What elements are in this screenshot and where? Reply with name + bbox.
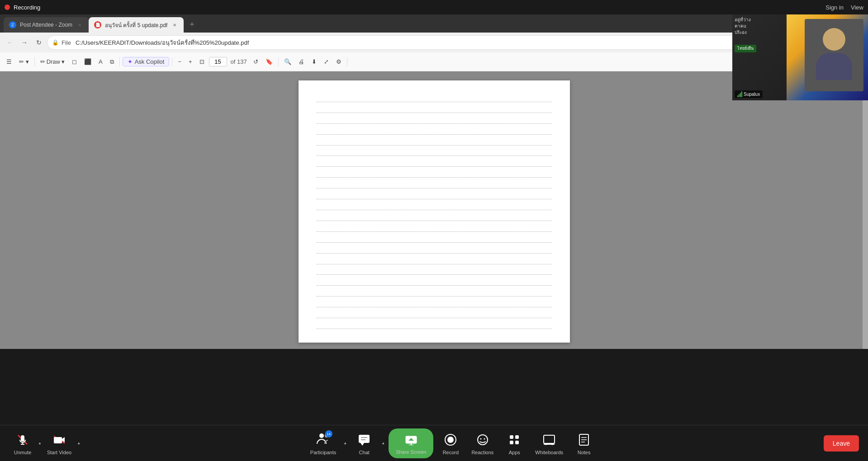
annotations-button[interactable]: ✏ ▾ (16, 56, 32, 68)
draw-button[interactable]: ✏ Draw ▾ (38, 56, 67, 68)
svg-marker-9 (360, 443, 364, 446)
apps-icon (506, 432, 522, 448)
pdf-page-area (0, 71, 868, 349)
recording-text: Recording (14, 4, 40, 11)
signal-icon (737, 91, 742, 97)
svg-rect-8 (359, 435, 370, 443)
back-button[interactable]: ← (4, 36, 16, 49)
participants-icon: 14 (315, 432, 332, 448)
text-button[interactable]: A (96, 56, 105, 68)
unmute-button[interactable]: Unmute (9, 429, 36, 458)
settings-button[interactable]: ⚙ (333, 56, 344, 68)
tab2-close[interactable]: ✕ (171, 21, 178, 28)
svg-point-6 (319, 433, 324, 438)
unmute-chevron[interactable]: ▲ (38, 441, 42, 445)
rotate-button[interactable]: ↺ (251, 56, 261, 68)
reactions-button[interactable]: Reactions (468, 429, 497, 458)
tab-pdf[interactable]: 📄 อนุวัจน์ ครั้งที่ 5 update.pdf ✕ (89, 17, 184, 33)
svg-rect-4 (54, 437, 62, 443)
chat-icon (356, 432, 372, 448)
start-video-label: Start Video (47, 450, 71, 455)
svg-point-19 (480, 438, 481, 439)
tab1-favicon: Z (9, 21, 16, 28)
whiteboards-button[interactable]: Whiteboards (531, 429, 567, 458)
svg-point-20 (484, 438, 485, 439)
highlight-button[interactable]: ⬛ (81, 56, 94, 68)
svg-point-18 (478, 435, 488, 445)
video-participant-badge: Supalux (735, 90, 763, 98)
apps-label: Apps (509, 450, 520, 455)
dotted-line (317, 256, 552, 264)
whiteboards-label: Whiteboards (535, 450, 563, 455)
eraser-button[interactable]: ◻ (69, 56, 80, 68)
dotted-line (317, 148, 552, 156)
notes-icon (576, 432, 592, 448)
svg-rect-24 (515, 441, 519, 444)
participants-label: Participants (310, 450, 336, 455)
apps-button[interactable]: Apps (501, 429, 528, 458)
chat-button[interactable]: Chat (351, 429, 378, 458)
record-label: Record (443, 450, 459, 455)
ask-copilot-button[interactable]: ✦ Ask Copilot (123, 57, 170, 66)
print-button[interactable]: 🖨 (296, 56, 307, 68)
dotted-line (317, 191, 552, 199)
refresh-button[interactable]: ↻ (33, 36, 45, 49)
download-button[interactable]: ⬇ (309, 56, 319, 68)
notes-button[interactable]: Notes (570, 429, 598, 458)
dotted-line (317, 299, 552, 307)
tab1-close[interactable]: ✕ (76, 21, 83, 28)
dotted-line (317, 105, 552, 113)
sign-in-link[interactable]: Sign in (825, 4, 844, 11)
view-link[interactable]: View (851, 4, 863, 11)
leave-button[interactable]: Leave (824, 435, 859, 452)
address-input[interactable] (76, 39, 777, 46)
microphone-icon (14, 432, 31, 448)
dotted-line (317, 278, 552, 286)
dotted-line (317, 267, 552, 275)
svg-rect-21 (510, 435, 513, 439)
address-bar-wrapper[interactable]: 🔒 File (47, 35, 782, 50)
video-person (805, 19, 863, 91)
sidebar-toggle-button[interactable]: ☰ (4, 56, 14, 68)
separator1 (34, 57, 35, 66)
chat-chevron[interactable]: ▲ (381, 441, 385, 445)
video-overlay: อยู่ที่ว่าง คาดu ปร้ะอง ไทยยั่งยืน Supal… (732, 14, 868, 100)
vertical-scrollbar[interactable] (863, 71, 868, 349)
participants-button[interactable]: 14 Participants (307, 429, 340, 458)
file-label: File (62, 39, 71, 46)
pdf-content-area (0, 71, 868, 349)
zoom-out-button[interactable]: − (175, 56, 184, 68)
zoom-in-button[interactable]: + (186, 56, 195, 68)
svg-rect-23 (510, 441, 513, 444)
share-screen-button[interactable]: Share Screen (389, 428, 433, 458)
search-pdf-button[interactable]: 🔍 (281, 56, 294, 68)
pdf-page (299, 80, 570, 343)
start-video-button[interactable]: Start Video (43, 429, 75, 458)
whiteboards-icon (541, 432, 557, 448)
tab2-label: อนุวัจน์ ครั้งที่ 5 update.pdf (105, 21, 167, 29)
unmute-label: Unmute (14, 450, 32, 455)
forward-button[interactable]: → (18, 36, 31, 49)
shapes-button[interactable]: ⧉ (107, 56, 117, 68)
chat-label: Chat (359, 450, 370, 455)
video-chevron[interactable]: ▲ (77, 441, 81, 445)
participant-count-badge: 14 (325, 430, 332, 437)
dotted-line (317, 213, 552, 221)
dotted-line (317, 169, 552, 178)
participants-chevron[interactable]: ▲ (343, 441, 347, 445)
page-total: of 137 (231, 58, 247, 65)
expand-button[interactable]: ⤢ (321, 56, 332, 68)
camera-icon (51, 432, 67, 448)
dotted-line (317, 202, 552, 210)
recording-dot (5, 5, 10, 10)
fit-page-button[interactable]: ⊡ (197, 56, 207, 68)
svg-rect-22 (515, 435, 519, 439)
page-number-input[interactable] (209, 57, 227, 66)
record-button[interactable]: Record (437, 429, 464, 458)
dotted-line (317, 245, 552, 254)
bookmark-button[interactable]: 🔖 (263, 56, 275, 68)
file-icon: 🔒 (52, 39, 59, 46)
tab-post-attendee[interactable]: Z Post Attendee - Zoom ✕ (4, 17, 89, 33)
new-tab-button[interactable]: + (185, 18, 198, 31)
tab2-favicon: 📄 (94, 21, 101, 28)
